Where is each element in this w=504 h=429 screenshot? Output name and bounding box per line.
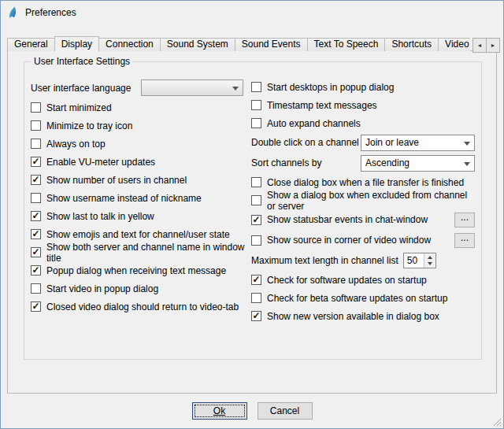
max-text-length-spinner[interactable]: 50 — [403, 253, 436, 268]
max-text-length-label: Maximum text length in channel list — [251, 255, 398, 266]
sort-channels-select[interactable]: Ascending — [361, 155, 475, 172]
checkbox-label: Show statusbar events in chat-window — [267, 214, 428, 225]
resize-grip[interactable] — [492, 417, 502, 427]
cancel-button[interactable]: Cancel — [258, 402, 313, 420]
checkbox-label: Start desktops in popup dialog — [267, 82, 394, 93]
checkbox-label: Closed video dialog should return to vid… — [46, 301, 239, 313]
sort-channels-label: Sort channels by — [251, 157, 321, 168]
double-click-channel-value: Join or leave — [365, 137, 419, 148]
checkbox-check-software-updates[interactable]: Check for software updates on startup — [251, 271, 475, 289]
group-title: User Interface Settings — [31, 56, 133, 67]
checkbox-box — [251, 118, 261, 128]
checkbox-auto-expand-channels[interactable]: Auto expand channels — [251, 114, 475, 132]
title-bar: Preferences — [1, 1, 503, 24]
tab-bar: General Display Connection Sound System … — [7, 36, 470, 51]
ok-button[interactable]: Ok — [192, 402, 247, 420]
checkbox-box — [31, 247, 41, 257]
spinner-down-button[interactable] — [424, 261, 435, 268]
tab-scroll-control: ◄ ► — [473, 38, 500, 53]
checkbox-timestamp-text-messages[interactable]: Timestamp text messages — [251, 96, 475, 114]
checkbox-popup-dialog-text-message[interactable]: Popup dialog when receiving text message — [31, 261, 245, 279]
checkbox-box — [251, 82, 261, 92]
checkbox-check-beta-updates[interactable]: Check for beta software updates on start… — [251, 289, 475, 307]
checkbox-box — [251, 177, 261, 187]
checkbox-start-minimized[interactable]: Start minimized — [31, 98, 245, 116]
double-click-channel-row: Double click on a channel Join or leave — [251, 132, 475, 153]
tab-connection[interactable]: Connection — [98, 38, 161, 51]
tab-shortcuts[interactable]: Shortcuts — [384, 38, 439, 51]
checkbox-minimize-to-tray[interactable]: Minimize to tray icon — [31, 116, 245, 135]
checkbox-box — [31, 120, 41, 131]
statusbar-events-row: Show statusbar events in chat-window ... — [251, 209, 475, 230]
tab-scroll-right-button[interactable]: ► — [486, 38, 500, 53]
checkbox-label: Auto expand channels — [267, 118, 361, 129]
ok-button-label: Ok — [213, 405, 225, 416]
cancel-button-label: Cancel — [270, 405, 299, 416]
checkbox-closed-video-return-video-tab[interactable]: Closed video dialog should return to vid… — [31, 298, 245, 316]
chevron-down-icon — [464, 162, 470, 169]
tab-sound-events[interactable]: Sound Events — [235, 38, 308, 51]
sort-channels-row: Sort channels by Ascending — [251, 153, 475, 173]
checkbox-box — [31, 283, 41, 294]
checkbox-show-source-video-window[interactable]: Show source in corner of video window — [251, 235, 431, 246]
checkbox-box — [31, 139, 41, 149]
checkbox-enable-vu-meter[interactable]: Enable VU-meter updates — [31, 153, 245, 171]
checkbox-label: Show username instead of nickname — [46, 193, 202, 204]
checkbox-label: Show number of users in channel — [46, 175, 187, 186]
max-text-length-value: 50 — [404, 253, 424, 268]
tab-sound-system[interactable]: Sound System — [160, 38, 235, 51]
chevron-down-icon — [232, 87, 239, 94]
checkbox-box — [31, 229, 41, 239]
checkbox-label: Show both server and channel name in win… — [46, 242, 245, 264]
checkbox-label: Popup dialog when receiving text message — [46, 265, 226, 276]
dialog-footer: Ok Cancel — [1, 402, 503, 420]
checkbox-start-video-in-popup[interactable]: Start video in popup dialog — [31, 279, 245, 298]
checkbox-label: Show emojis and text for channel/user st… — [46, 229, 230, 240]
checkbox-label: Start video in popup dialog — [46, 283, 158, 294]
checkbox-label: Timestamp text messages — [267, 100, 377, 111]
window-title: Preferences — [25, 7, 76, 18]
tab-video[interactable]: Video — [438, 38, 470, 51]
language-label: User interface language — [31, 83, 141, 94]
checkbox-label: Show new version available in dialog box — [267, 311, 439, 322]
spinner-down-icon — [428, 262, 432, 268]
checkbox-box — [31, 175, 41, 185]
checkbox-label: Close dialog box when a file transfer is… — [267, 177, 464, 188]
checkbox-show-last-to-talk[interactable]: Show last to talk in yellow — [31, 207, 245, 225]
checkbox-show-dialog-when-excluded[interactable]: Show a dialog box when excluded from cha… — [251, 191, 475, 209]
checkbox-box — [251, 275, 261, 285]
checkbox-show-username-instead-nickname[interactable]: Show username instead of nickname — [31, 189, 245, 207]
checkbox-always-on-top[interactable]: Always on top — [31, 135, 245, 153]
spinner-up-button[interactable] — [424, 253, 435, 261]
checkbox-show-number-of-users[interactable]: Show number of users in channel — [31, 171, 245, 189]
language-row: User interface language — [31, 78, 245, 98]
right-column: Start desktops in popup dialog Timestamp… — [251, 78, 475, 325]
video-source-row: Show source in corner of video window ..… — [251, 230, 475, 250]
user-interface-settings-group: User Interface Settings User interface l… — [24, 61, 482, 360]
spinner-up-icon — [428, 253, 432, 259]
tab-text-to-speech[interactable]: Text To Speech — [307, 38, 386, 51]
checkbox-label: Minimize to tray icon — [46, 120, 132, 131]
left-column: User interface language Start minimized … — [31, 78, 245, 325]
checkbox-box — [251, 311, 261, 321]
checkbox-box — [31, 193, 41, 203]
display-tab-page: User Interface Settings User interface l… — [7, 50, 497, 394]
checkbox-statusbar-events[interactable]: Show statusbar events in chat-window — [251, 214, 428, 225]
tab-general[interactable]: General — [7, 38, 55, 51]
statusbar-events-browse-button[interactable]: ... — [454, 213, 475, 227]
checkbox-start-desktops-in-popup[interactable]: Start desktops in popup dialog — [251, 78, 475, 96]
checkbox-label: Check for beta software updates on start… — [267, 293, 447, 304]
tab-scroll-left-button[interactable]: ◄ — [472, 38, 487, 53]
checkbox-show-new-version-dialog[interactable]: Show new version available in dialog box — [251, 307, 475, 325]
double-click-channel-select[interactable]: Join or leave — [361, 135, 475, 151]
checkbox-box — [31, 301, 41, 312]
max-text-length-row: Maximum text length in channel list 50 — [251, 250, 475, 271]
checkbox-box — [31, 157, 41, 167]
checkbox-box — [31, 102, 41, 113]
tab-display[interactable]: Display — [54, 36, 99, 51]
checkbox-box — [251, 215, 261, 225]
checkbox-show-server-and-channel-in-title[interactable]: Show both server and channel name in win… — [31, 243, 245, 261]
language-select[interactable] — [141, 80, 243, 96]
spinner-buttons — [424, 253, 435, 268]
video-source-browse-button[interactable]: ... — [454, 233, 475, 248]
